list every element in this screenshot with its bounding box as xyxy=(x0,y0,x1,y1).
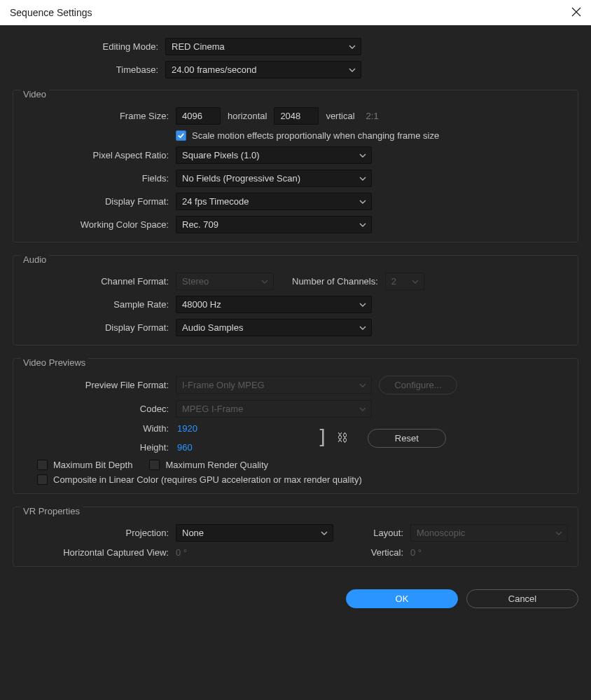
codec-dropdown: MPEG I-Frame xyxy=(176,400,372,418)
chevron-down-icon xyxy=(349,45,356,49)
editing-mode-label: Editing Mode: xyxy=(13,41,165,52)
editing-mode-value: RED Cinema xyxy=(172,41,225,52)
channel-format-value: Stereo xyxy=(182,276,209,287)
vertical-captured-label: Vertical: xyxy=(340,547,403,558)
close-icon xyxy=(571,7,581,17)
timebase-label: Timebase: xyxy=(13,64,165,75)
par-value: Square Pixels (1.0) xyxy=(182,150,260,160)
max-bit-depth-label: Maximum Bit Depth xyxy=(53,460,132,470)
chevron-down-icon xyxy=(359,383,366,387)
wcs-dropdown[interactable]: Rec. 709 xyxy=(176,216,372,233)
num-channels-value: 2 xyxy=(391,276,396,287)
chevron-down-icon xyxy=(359,303,366,307)
chevron-down-icon xyxy=(359,153,366,158)
preview-width-value[interactable]: 1920 xyxy=(177,423,197,434)
fields-value: No Fields (Progressive Scan) xyxy=(182,173,300,184)
preview-width-label: Width: xyxy=(23,423,176,434)
link-icon[interactable]: ⛓ xyxy=(337,432,348,444)
sample-rate-label: Sample Rate: xyxy=(23,299,176,310)
hcv-label: Horizontal Captured View: xyxy=(23,547,176,558)
composite-linear-checkbox[interactable]: Composite in Linear Color (requires GPU … xyxy=(37,474,568,485)
composite-linear-label: Composite in Linear Color (requires GPU … xyxy=(53,474,362,485)
title-bar: Sequence Settings xyxy=(0,0,591,25)
max-render-quality-label: Maximum Render Quality xyxy=(165,460,268,470)
sample-rate-dropdown[interactable]: 48000 Hz xyxy=(176,296,372,313)
dialog-content: Editing Mode: RED Cinema Timebase: 24.00… xyxy=(0,25,591,581)
window-title: Sequence Settings xyxy=(10,7,92,18)
channel-format-dropdown: Stereo xyxy=(176,273,274,290)
scale-motion-label: Scale motion effects proportionally when… xyxy=(192,130,439,141)
frame-height-input[interactable]: 2048 xyxy=(274,107,319,125)
layout-label: Layout: xyxy=(340,528,403,538)
check-icon xyxy=(177,132,185,139)
display-format-value: 24 fps Timecode xyxy=(182,196,249,207)
fields-dropdown[interactable]: No Fields (Progressive Scan) xyxy=(176,170,372,187)
channel-format-label: Channel Format: xyxy=(23,276,176,287)
previews-legend: Video Previews xyxy=(20,357,88,368)
audio-legend: Audio xyxy=(20,254,49,265)
chevron-down-icon xyxy=(359,223,366,227)
codec-label: Codec: xyxy=(23,404,176,414)
chevron-down-icon xyxy=(359,326,366,330)
par-label: Pixel Aspect Ratio: xyxy=(23,150,176,160)
chevron-down-icon xyxy=(261,280,268,284)
layout-value: Monoscopic xyxy=(417,528,465,538)
previews-group: Video Previews Preview File Format: I-Fr… xyxy=(13,358,578,494)
pff-dropdown: I-Frame Only MPEG xyxy=(176,376,372,394)
num-channels-label: Number of Channels: xyxy=(292,276,378,287)
codec-value: MPEG I-Frame xyxy=(182,404,243,414)
vr-group: VR Properties Projection: None Layout: M… xyxy=(13,507,578,567)
chevron-down-icon xyxy=(359,177,366,181)
editing-mode-dropdown[interactable]: RED Cinema xyxy=(165,38,361,55)
audio-df-dropdown[interactable]: Audio Samples xyxy=(176,319,372,336)
audio-group: Audio Channel Format: Stereo Number of C… xyxy=(13,255,578,345)
frame-width-input[interactable]: 4096 xyxy=(176,107,221,125)
timebase-dropdown[interactable]: 24.00 frames/second xyxy=(165,61,361,78)
hcv-value: 0 ° xyxy=(176,547,333,558)
chevron-down-icon xyxy=(359,407,366,411)
preview-height-label: Height: xyxy=(23,442,176,453)
display-format-label: Display Format: xyxy=(23,196,176,207)
chevron-down-icon xyxy=(349,68,356,72)
layout-dropdown: Monoscopic xyxy=(410,524,568,542)
display-format-dropdown[interactable]: 24 fps Timecode xyxy=(176,193,372,210)
timebase-value: 24.00 frames/second xyxy=(172,64,256,75)
wcs-label: Working Color Space: xyxy=(23,219,176,230)
chevron-down-icon xyxy=(412,280,419,284)
frame-size-label: Frame Size: xyxy=(23,111,176,121)
audio-df-value: Audio Samples xyxy=(182,322,243,333)
dialog-buttons: OK Cancel xyxy=(0,581,591,618)
configure-button: Configure... xyxy=(379,376,457,394)
vertical-label: vertical xyxy=(326,111,354,121)
link-bracket: ] xyxy=(317,432,328,444)
sample-rate-value: 48000 Hz xyxy=(182,299,221,310)
audio-df-label: Display Format: xyxy=(23,322,176,333)
chevron-down-icon xyxy=(555,531,562,535)
vertical-captured-value: 0 ° xyxy=(410,547,422,558)
pff-label: Preview File Format: xyxy=(23,380,176,390)
horizontal-label: horizontal xyxy=(228,111,267,121)
max-bit-depth-checkbox[interactable]: Maximum Bit Depth xyxy=(37,460,132,470)
video-legend: Video xyxy=(20,89,49,99)
par-dropdown[interactable]: Square Pixels (1.0) xyxy=(176,146,372,164)
chevron-down-icon xyxy=(359,200,366,204)
ok-button[interactable]: OK xyxy=(346,589,458,608)
aspect-ratio-readout: 2:1 xyxy=(366,111,379,121)
cancel-button[interactable]: Cancel xyxy=(466,589,578,608)
projection-value: None xyxy=(182,528,204,538)
video-group: Video Frame Size: 4096 horizontal 2048 v… xyxy=(13,90,578,242)
pff-value: I-Frame Only MPEG xyxy=(182,380,265,390)
fields-label: Fields: xyxy=(23,173,176,184)
wcs-value: Rec. 709 xyxy=(182,219,218,230)
chevron-down-icon xyxy=(321,531,328,535)
preview-height-value[interactable]: 960 xyxy=(177,442,193,453)
scale-motion-checkbox[interactable]: Scale motion effects proportionally when… xyxy=(176,130,439,141)
num-channels-dropdown: 2 xyxy=(385,273,424,290)
reset-button[interactable]: Reset xyxy=(368,429,446,448)
close-button[interactable] xyxy=(571,7,581,19)
vr-legend: VR Properties xyxy=(20,506,83,516)
projection-label: Projection: xyxy=(23,528,176,538)
projection-dropdown[interactable]: None xyxy=(176,524,333,542)
max-render-quality-checkbox[interactable]: Maximum Render Quality xyxy=(149,460,268,470)
